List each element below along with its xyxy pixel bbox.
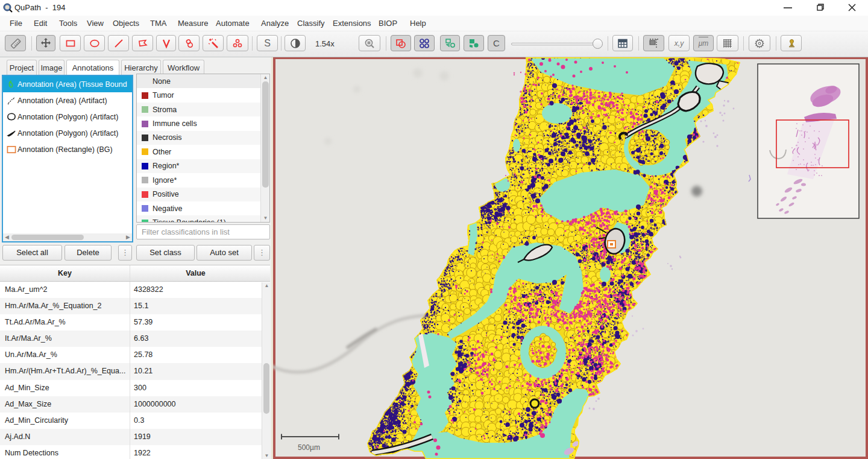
- svg-text:500µm: 500µm: [298, 443, 320, 452]
